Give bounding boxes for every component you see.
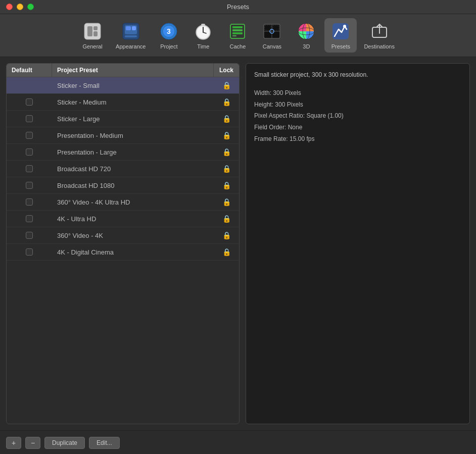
presets-icon (330, 21, 351, 41)
destinations-label: Destinations (364, 43, 395, 49)
cell-default (7, 161, 52, 176)
toolbar-item-canvas[interactable]: Canvas (256, 18, 288, 53)
cell-default (7, 128, 52, 143)
lock-icon: 🔒 (214, 111, 239, 127)
cell-preset-name: 4K - Ultra HD (52, 211, 214, 227)
presets-table: Default Project Preset Lock Sticker - Sm… (6, 63, 240, 424)
table-body: Sticker - Small🔒Sticker - Medium🔒Sticker… (7, 77, 239, 424)
info-details: Width: 300 PixelsHeight: 300 PixelsPixel… (254, 87, 461, 145)
lock-icon: 🔒 (214, 227, 239, 243)
3d-label: 3D (303, 43, 310, 49)
table-row[interactable]: Presentation - Medium🔒 (7, 127, 239, 144)
lock-icon: 🔒 (214, 94, 239, 110)
col-preset-header: Project Preset (52, 64, 214, 77)
table-row[interactable]: Sticker - Large🔒 (7, 111, 239, 127)
toolbar-item-general[interactable]: General (76, 18, 109, 53)
lock-icon: 🔒 (214, 144, 239, 160)
3d-icon (296, 21, 316, 41)
bottom-bar: + − Duplicate Edit... (0, 430, 476, 454)
maximize-button[interactable] (27, 4, 34, 10)
svg-rect-18 (232, 26, 243, 28)
svg-rect-6 (126, 26, 131, 30)
svg-rect-7 (132, 26, 136, 30)
general-label: General (82, 43, 102, 49)
cell-preset-name: 360° Video - 4K (52, 228, 214, 243)
toolbar-item-appearance[interactable]: Appearance (111, 18, 151, 53)
edit-button[interactable]: Edit... (89, 437, 120, 449)
canvas-label: Canvas (263, 43, 281, 49)
minimize-button[interactable] (17, 4, 23, 10)
preset-checkbox[interactable] (26, 182, 33, 189)
cell-preset-name: 4K - Digital Cinema (52, 244, 214, 260)
table-row[interactable]: Broadcast HD 720🔒 (7, 161, 239, 177)
main-content: Default Project Preset Lock Sticker - Sm… (0, 57, 476, 430)
preset-checkbox[interactable] (26, 115, 33, 122)
toolbar-item-project[interactable]: 3 Project (153, 18, 185, 53)
toolbar: General Appearance 3 Project (0, 14, 476, 57)
toolbar-item-time[interactable]: Time (187, 18, 219, 53)
toolbar-item-3d[interactable]: 3D (290, 18, 322, 53)
info-detail-line: Width: 300 Pixels (254, 87, 461, 99)
table-row[interactable]: Broadcast HD 1080🔒 (7, 177, 239, 194)
table-row[interactable]: 360° Video - 4K Ultra HD🔒 (7, 194, 239, 211)
canvas-icon (262, 21, 282, 41)
table-row[interactable]: 4K - Ultra HD🔒 (7, 211, 239, 227)
cell-default (7, 81, 52, 89)
general-icon (82, 21, 103, 41)
info-panel: Small sticker project, 300 x 300 resolut… (246, 63, 470, 424)
preset-checkbox[interactable] (26, 248, 33, 256)
col-lock-header: Lock (214, 64, 239, 77)
table-row[interactable]: 360° Video - 4K🔒 (7, 227, 239, 244)
preset-checkbox[interactable] (26, 232, 33, 239)
remove-button[interactable]: − (25, 437, 40, 449)
cell-default (7, 194, 52, 210)
preset-checkbox[interactable] (26, 132, 33, 139)
svg-rect-1 (87, 26, 92, 36)
table-row[interactable]: 4K - Digital Cinema🔒 (7, 244, 239, 261)
svg-rect-16 (201, 24, 205, 26)
table-row[interactable]: Presentation - Large🔒 (7, 144, 239, 161)
preset-checkbox[interactable] (26, 148, 33, 156)
toolbar-item-cache[interactable]: Cache (221, 18, 254, 53)
info-title: Small sticker project, 300 x 300 resolut… (254, 71, 461, 79)
lock-icon: 🔒 (214, 211, 239, 227)
table-row[interactable]: Sticker - Small🔒 (7, 77, 239, 94)
presets-label: Presets (331, 43, 350, 49)
svg-rect-2 (93, 26, 98, 30)
lock-icon: 🔒 (214, 161, 239, 177)
cell-default (7, 244, 52, 260)
lock-icon: 🔒 (214, 177, 239, 193)
info-detail-line: Frame Rate: 15.00 fps (254, 133, 461, 145)
window-controls (6, 4, 34, 10)
project-label: Project (160, 43, 177, 49)
time-icon (193, 21, 213, 41)
lock-icon: 🔒 (214, 77, 239, 93)
preset-checkbox[interactable] (26, 98, 33, 106)
add-button[interactable]: + (6, 437, 21, 449)
time-label: Time (197, 43, 209, 49)
cell-preset-name: 360° Video - 4K Ultra HD (52, 194, 214, 210)
cell-preset-name: Broadcast HD 1080 (52, 178, 214, 193)
cell-default (7, 211, 52, 226)
appearance-label: Appearance (116, 43, 146, 49)
lock-icon: 🔒 (214, 194, 239, 210)
close-button[interactable] (6, 4, 13, 10)
table-header: Default Project Preset Lock (7, 64, 239, 77)
lock-icon: 🔒 (214, 244, 239, 260)
cell-preset-name: Broadcast HD 720 (52, 161, 214, 177)
preset-checkbox[interactable] (26, 215, 33, 222)
preset-checkbox[interactable] (26, 165, 33, 172)
cell-default (7, 111, 52, 126)
duplicate-button[interactable]: Duplicate (44, 437, 85, 449)
table-row[interactable]: Sticker - Medium🔒 (7, 94, 239, 111)
cell-preset-name: Presentation - Medium (52, 128, 214, 143)
cell-preset-name: Sticker - Small (52, 78, 214, 93)
appearance-icon (121, 21, 141, 41)
lock-icon: 🔒 (214, 127, 239, 143)
preset-checkbox[interactable] (26, 198, 33, 206)
toolbar-item-destinations[interactable]: Destinations (359, 18, 400, 53)
cache-icon (227, 21, 248, 41)
toolbar-item-presets[interactable]: Presets (324, 18, 357, 53)
svg-rect-19 (232, 29, 243, 31)
info-detail-line: Height: 300 Pixels (254, 99, 461, 111)
